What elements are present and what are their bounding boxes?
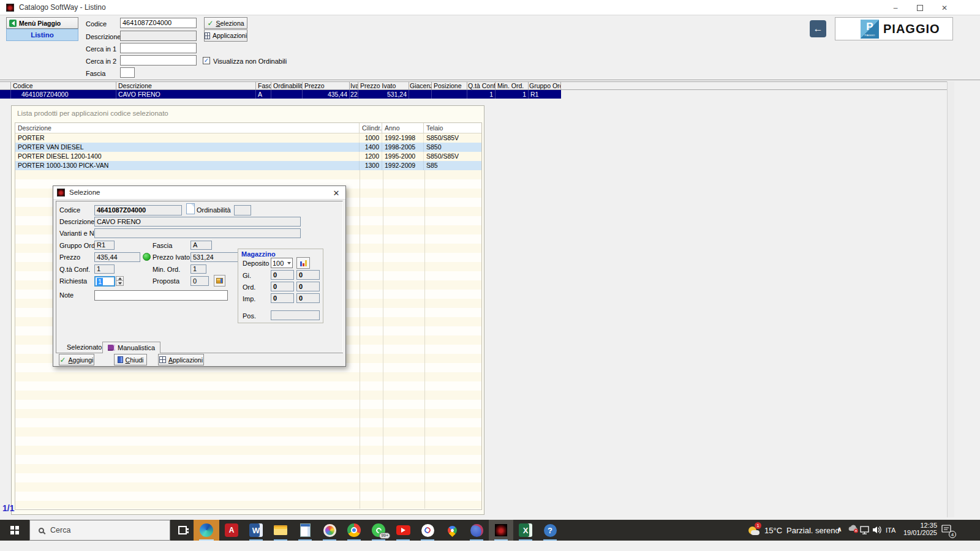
weather-button[interactable]: 1	[741, 520, 763, 541]
stock-chart-button[interactable]	[296, 257, 310, 269]
imp-field-1[interactable]: 0	[271, 293, 294, 303]
visualizza-checkbox[interactable]: ✓	[203, 57, 210, 64]
taskbar-acrobat-button[interactable]: A	[219, 520, 244, 541]
maximize-button[interactable]	[908, 0, 932, 15]
dlg-proposta-field[interactable]: 0	[190, 276, 209, 286]
header-qta-conf[interactable]: Q.tà Conf.	[467, 82, 496, 89]
taskbar-explorer-button[interactable]	[268, 520, 293, 541]
richiesta-spinner[interactable]	[116, 276, 124, 287]
spinner-up-button[interactable]	[116, 276, 124, 281]
dialog-titlebar: Selezione ✕	[53, 186, 345, 200]
document-icon[interactable]	[186, 203, 195, 214]
dialog-applicazioni-button[interactable]: Applicazioni	[158, 354, 204, 365]
results-selected-row[interactable]: 4641087Z04000 CAVO FRENO A 435,44 22 531…	[0, 90, 561, 99]
pos-field[interactable]	[271, 310, 320, 320]
lista-row[interactable]: PORTER 1000-1300 PICK-VAN 1300 1992-2009…	[15, 161, 481, 170]
header-iva[interactable]: Iva	[350, 82, 358, 89]
tray-chevron-up[interactable]: ∧	[837, 525, 842, 533]
start-button[interactable]	[0, 520, 29, 541]
header-ordinabilita[interactable]: Ordinabilità	[271, 82, 303, 89]
dlg-fascia-field[interactable]: A	[190, 241, 212, 250]
onedrive-icon[interactable]	[848, 525, 859, 534]
lista-header-telaio[interactable]: Telaio	[424, 123, 481, 133]
dlg-note-field[interactable]	[94, 290, 228, 301]
ord-field-2[interactable]: 0	[296, 282, 320, 291]
applicazioni-button[interactable]: Applicazioni	[204, 29, 247, 42]
taskbar-edge-button[interactable]	[194, 520, 219, 541]
back-button[interactable]: ←	[810, 20, 826, 37]
taskbar-youtube-button[interactable]	[391, 520, 415, 541]
spinner-down-button[interactable]	[116, 281, 124, 286]
dlg-minord-field[interactable]: 1	[190, 264, 206, 274]
header-fascia[interactable]: Fascia	[256, 82, 271, 89]
header-gruppo-ord[interactable]: Gruppo Ord.	[529, 82, 561, 89]
dlg-descrizione-field[interactable]: CAVO FRENO	[94, 217, 301, 227]
dlg-gruppo-field[interactable]: R1	[94, 241, 115, 250]
task-view-button[interactable]	[170, 520, 195, 541]
taskbar-word-button[interactable]: W	[244, 520, 268, 541]
ord-field-1[interactable]: 0	[271, 282, 294, 291]
dlg-varianti-field[interactable]	[94, 228, 301, 238]
seleziona-button[interactable]: ✓ Seleziona	[204, 17, 247, 29]
codice-input[interactable]: 4641087Z04000	[120, 18, 197, 28]
dlg-prezzo-field[interactable]: 435,44	[94, 252, 140, 262]
descrizione-input[interactable]	[120, 31, 197, 41]
close-button[interactable]: ✕	[932, 0, 957, 15]
dlg-ordinabilita-field[interactable]	[234, 205, 251, 216]
lista-header-anno[interactable]: Anno	[382, 123, 424, 133]
taskbar-help-button[interactable]: ?	[538, 520, 562, 541]
dialog-close-button[interactable]: ✕	[330, 187, 342, 198]
aggiungi-button[interactable]: ✓ Aggiungi	[59, 354, 94, 365]
header-prezzo[interactable]: Prezzo	[303, 82, 350, 89]
taskbar-logo-app-button[interactable]	[415, 520, 440, 541]
vertical-scrollbar[interactable]	[947, 81, 954, 517]
weather-text[interactable]: 15°C Parzial. sereno	[764, 520, 840, 541]
lista-header-cilindrata[interactable]: Cilindr...	[360, 123, 382, 133]
minimize-button[interactable]: –	[883, 0, 908, 15]
header-prezzo-ivato[interactable]: Prezzo Ivato	[358, 82, 409, 89]
volume-icon[interactable]	[872, 525, 882, 536]
tab-manualistica[interactable]: Manualistica	[102, 342, 160, 353]
dlg-codice-field[interactable]: 4641087Z04000	[94, 205, 182, 216]
cerca1-input[interactable]	[120, 43, 197, 53]
header-codice[interactable]: Codice	[11, 82, 116, 89]
cerca2-input[interactable]	[120, 55, 197, 66]
lista-row[interactable]: PORTER VAN DIESEL 1400 1998-2005 S850	[15, 143, 481, 152]
dlg-qta-field[interactable]: 1	[94, 264, 115, 274]
lista-row[interactable]: PORTER 1000 1992-1998 S850/S85V	[15, 133, 481, 143]
gi-field-1[interactable]: 0	[271, 270, 294, 280]
header-posizione[interactable]: Posizione	[432, 82, 467, 89]
lista-header-descrizione[interactable]: Descrizione	[15, 123, 360, 133]
taskbar-maps-button[interactable]	[440, 520, 464, 541]
notification-center-button[interactable]: 4	[941, 525, 954, 536]
sidebar-item-listino[interactable]: Listino	[6, 29, 78, 41]
taskbar-search[interactable]: Cerca	[29, 520, 170, 541]
gi-field-2[interactable]: 0	[296, 270, 320, 280]
cell-prezzo-ivato: 531,24	[358, 90, 409, 99]
header-giacenza[interactable]: Giacenza	[409, 82, 432, 89]
clock[interactable]: 12:35 19/01/2025	[900, 522, 937, 536]
imp-field-2[interactable]: 0	[296, 293, 320, 303]
menu-piaggio-button[interactable]: Menù Piaggio	[6, 17, 78, 29]
taskbar-paint-button[interactable]	[317, 520, 342, 541]
deposito-select[interactable]: 100	[271, 258, 293, 268]
taskbar-globe-app-button[interactable]	[464, 520, 489, 541]
chiudi-button[interactable]: Chiudi	[114, 354, 147, 365]
language-indicator[interactable]: ITA	[886, 527, 895, 534]
taskbar-chrome-button[interactable]	[342, 520, 366, 541]
dlg-prezzo-ivato-field[interactable]: 531,24	[190, 252, 239, 262]
taskbar-excel-button[interactable]: X	[513, 520, 538, 541]
tab-selezionato[interactable]: Selezionato	[67, 343, 102, 351]
box-icon	[216, 278, 223, 283]
network-icon[interactable]	[860, 526, 870, 536]
richiesta-input[interactable]: 1	[94, 276, 115, 287]
menu-piaggio-label: Menù Piaggio	[19, 20, 61, 27]
lista-row[interactable]: PORTER DIESEL 1200-1400 1200 1995-2000 S…	[15, 152, 481, 161]
taskbar-softway-button[interactable]	[489, 520, 513, 541]
cart-box-button[interactable]	[214, 275, 225, 287]
taskbar-app-button[interactable]	[293, 520, 317, 541]
header-descrizione[interactable]: Descrizione	[116, 82, 256, 89]
fascia-input[interactable]	[120, 67, 135, 78]
header-min-ord[interactable]: Min. Ord.	[496, 82, 529, 89]
taskbar-whatsapp-button[interactable]: 99+	[366, 520, 391, 541]
